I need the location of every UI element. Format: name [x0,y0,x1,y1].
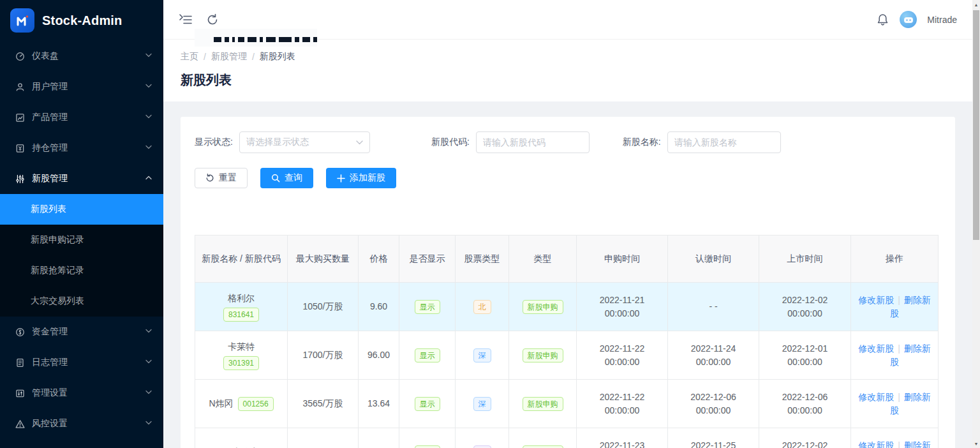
stock-name: 三未信安 [223,445,259,448]
delete-stock-link[interactable]: 删除新股 [890,392,931,415]
breadcrumb-home[interactable]: 主页 [181,51,198,63]
sidebar-item-subscription-records[interactable]: 新股申购记录 [0,225,163,255]
name-code-wrap: 三未信安 [200,445,282,448]
time-line: 00:00:00 [764,404,845,417]
main-area: Mitrade 主页 / 新股管理 / 新股列表 新股列表 显示状态: 请选 [163,0,972,448]
sidebar-item-block-trade-list[interactable]: 大宗交易列表 [0,286,163,317]
badge-green: 显示 [415,348,440,362]
date-line: 2022-12-02 [764,439,845,448]
operation-separator: | [898,440,900,448]
app-root: Stock-Admin 仪表盘用户管理产品管理持仓管理新股管理新股列表新股申购记… [0,0,980,448]
cell-max-quantity: 1914/万股 [288,428,359,448]
sidebar-item-label: 风控设置 [32,418,145,429]
sidebar-item-new-stock-list[interactable]: 新股列表 [0,194,163,225]
sidebar-item-logs[interactable]: 日志管理 [0,347,163,378]
edit-stock-link[interactable]: 修改新股 [858,295,894,305]
username[interactable]: Mitrade [927,15,957,25]
scroll-down-arrow-icon[interactable]: ▼ [972,439,980,448]
badge-green: 新股申购 [523,348,563,362]
breadcrumb: 主页 / 新股管理 / 新股列表 [181,51,955,63]
sidebar-item-new-stock[interactable]: 新股管理 [0,163,163,194]
sidebar-item-funds[interactable]: 资金管理 [0,317,163,347]
sidebar-item-label: 资金管理 [32,326,145,338]
logs-icon [15,358,25,368]
code-input[interactable] [476,131,590,153]
cell-visible: 显示 [399,380,456,428]
cell-name-code: 三未信安 [195,428,288,448]
sidebar-item-dashboard[interactable]: 仪表盘 [0,41,163,71]
delete-stock-link[interactable]: 删除新股 [890,295,931,318]
sidebar-item-admin-settings[interactable]: 管理设置 [0,378,163,408]
edit-stock-link[interactable]: 修改新股 [858,343,894,354]
collapse-sidebar-icon[interactable] [179,13,193,27]
notifications-bell-icon[interactable] [875,13,889,27]
edit-stock-link[interactable]: 修改新股 [858,440,894,448]
date-line: 2022-12-06 [764,391,845,404]
cell-operations: 修改新股|删除新股 [851,428,939,448]
badge-green: 显示 [415,445,440,448]
delete-stock-link[interactable]: 删除新股 [890,343,931,367]
edit-stock-link[interactable]: 修改新股 [858,392,894,402]
name-input[interactable] [667,131,781,153]
scroll-up-arrow-icon[interactable]: ▲ [972,0,980,9]
vertical-scrollbar[interactable]: ▲ ▼ [972,0,980,448]
search-button[interactable]: 查询 [260,168,313,188]
stock-name: 卡莱特 [228,340,255,354]
operation-separator: | [898,295,900,305]
chevron-down-icon [145,329,152,335]
user-avatar[interactable] [900,11,917,28]
scrollbar-thumb[interactable] [973,10,979,240]
time-line: 00:00:00 [764,355,845,369]
sidebar-item-grab-records[interactable]: 新股抢筹记录 [0,255,163,286]
reset-button[interactable]: 重置 [195,168,248,188]
cell-max-quantity: 3565/万股 [288,380,359,428]
cell-market: 深 [456,380,509,428]
name-code-wrap: 卡莱特301391 [200,340,282,370]
status-select[interactable]: 请选择显示状态 [239,131,370,153]
sidebar-item-users[interactable]: 用户管理 [0,71,163,102]
reset-icon [205,174,214,183]
refresh-icon[interactable] [205,13,219,27]
name-code-wrap: 格利尔831641 [200,292,282,322]
search-icon [271,174,280,183]
cell-list-time: 2022-12-0200:00:00 [759,428,851,448]
chevron-down-icon [356,140,363,145]
sidebar-item-label: 用户管理 [32,81,145,93]
list-card: 显示状态: 请选择显示状态 新股代码: 新股名称: [181,117,955,448]
delete-stock-link[interactable]: 删除新股 [890,440,931,448]
table-row: N炜冈0012563565/万股13.64显示深新股申购2022-11-2200… [195,380,939,428]
cell-operations: 修改新股|删除新股 [851,380,939,428]
column-header: 类型 [509,235,577,283]
cell-max-quantity: 1050/万股 [288,283,359,331]
column-header: 新股名称 / 新股代码 [195,235,288,283]
breadcrumb-new-stock-mgmt[interactable]: 新股管理 [211,51,247,63]
sidebar-submenu-new-stock: 新股列表新股申购记录新股抢筹记录大宗交易列表 [0,194,163,317]
users-icon [15,82,25,92]
cell-pay-time: 2022-12-0600:00:00 [668,380,759,428]
brand[interactable]: Stock-Admin [0,0,163,41]
cell-price: 78.89 [359,428,399,448]
table-row: 格利尔8316411050/万股9.60显示北新股申购2022-11-2100:… [195,283,939,331]
sidebar-item-risk-settings[interactable]: 风控设置 [0,408,163,439]
add-stock-button[interactable]: 添加新股 [326,168,396,188]
sidebar-item-positions[interactable]: 持仓管理 [0,133,163,163]
cell-operations: 修改新股|删除新股 [851,331,939,380]
name-code-wrap: N炜冈001256 [200,397,282,411]
sidebar-item-label: 产品管理 [32,112,145,123]
filter-row: 显示状态: 请选择显示状态 新股代码: 新股名称: [195,131,955,153]
column-header: 上市时间 [759,235,851,283]
cell-subscribe-time: 2022-11-2300:00:00 [577,428,668,448]
cell-type: 新股申购 [509,283,577,331]
risk-settings-icon [15,419,25,429]
sidebar: Stock-Admin 仪表盘用户管理产品管理持仓管理新股管理新股列表新股申购记… [0,0,163,448]
breadcrumb-separator: / [204,52,206,62]
sidebar-item-products[interactable]: 产品管理 [0,102,163,133]
name-filter-label: 新股名称: [623,137,661,148]
date-line: 2022-11-23 [582,439,662,448]
cell-list-time: 2022-12-0100:00:00 [759,331,851,380]
sidebar-subitem-label: 大宗交易列表 [31,295,84,307]
breadcrumb-separator: / [252,52,255,62]
badge-orange: 北 [473,300,491,314]
sidebar-subitem-label: 新股抢筹记录 [31,265,84,276]
status-select-placeholder: 请选择显示状态 [246,137,356,148]
